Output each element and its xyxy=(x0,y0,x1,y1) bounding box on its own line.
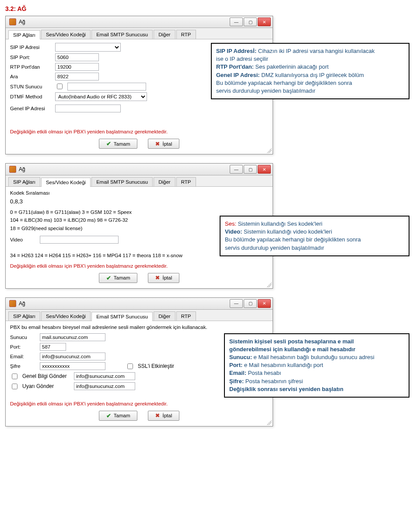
tab-other[interactable]: Diğer xyxy=(154,311,175,321)
label-ara: Ara xyxy=(10,74,52,79)
sip-ip-combo[interactable] xyxy=(55,43,121,52)
ug-checkbox[interactable] xyxy=(12,384,18,389)
sifre-input[interactable] xyxy=(40,362,105,370)
label-rtp-port: RTP Port'dan xyxy=(10,64,52,70)
resize-grip-icon[interactable] xyxy=(266,420,272,425)
cancel-label: İptal xyxy=(162,413,172,418)
stun-checkbox[interactable] xyxy=(57,84,63,89)
tab-other[interactable]: Diğer xyxy=(154,177,175,186)
kodek-heading: Kodek Sıralaması xyxy=(10,190,268,196)
video-input[interactable] xyxy=(40,236,119,244)
callout-sip: SIP IP Addresİ: Cihazın iki IP adresi va… xyxy=(211,43,410,99)
restart-msg: Değişikliğin etkili olması için PBX'i ye… xyxy=(10,263,268,269)
ok-label: Tamam xyxy=(114,141,130,147)
label-stun: STUN Sunucu xyxy=(10,84,52,89)
window-title: Ağ xyxy=(19,19,25,25)
minimize-button[interactable]: — xyxy=(230,299,243,308)
ok-label: Tamam xyxy=(114,413,130,418)
label-gbg: Genel Bilgi Gönder xyxy=(22,373,70,379)
tab-codec[interactable]: Ses/Video Kodeği xyxy=(41,311,91,321)
section-heading: 3.2: AĞ xyxy=(5,5,415,12)
close-button[interactable]: ✕ xyxy=(258,17,271,26)
ok-button[interactable]: ✔ Tamam xyxy=(99,139,138,149)
titlebar: Ağ — ▢ ✕ xyxy=(6,16,273,28)
label-sip-ip: SIP IP Adresi xyxy=(10,45,52,50)
tab-codec[interactable]: Ses/Video Kodeği xyxy=(41,30,91,39)
label-sunucu: Sunucu xyxy=(10,335,36,340)
gbg-checkbox[interactable] xyxy=(12,374,18,379)
kodek-value: 0,8,3 xyxy=(10,198,268,205)
cancel-button[interactable]: ✖ İptal xyxy=(148,411,179,421)
restart-msg: Değişikliğin etkili olması için PBX'i ye… xyxy=(10,401,268,406)
stun-input[interactable] xyxy=(67,83,146,91)
maximize-button[interactable]: ▢ xyxy=(244,17,257,26)
ok-label: Tamam xyxy=(114,275,130,280)
minimize-button[interactable]: — xyxy=(230,17,243,26)
dtmf-combo[interactable]: Auto(Inband Audio or RFC 2833) xyxy=(55,92,147,101)
tab-sip[interactable]: SIP Ağları xyxy=(8,311,40,321)
cancel-button[interactable]: ✖ İptal xyxy=(148,273,179,283)
x-icon: ✖ xyxy=(155,412,160,419)
ok-button[interactable]: ✔ Tamam xyxy=(99,273,138,283)
resize-grip-icon[interactable] xyxy=(266,148,272,153)
sunucu-input[interactable] xyxy=(40,333,105,341)
tab-rtp[interactable]: RTP xyxy=(176,311,196,321)
label-ug: Uyarı Gönder xyxy=(22,383,70,389)
close-button[interactable]: ✕ xyxy=(258,299,271,308)
sip-port-input[interactable] xyxy=(55,53,99,61)
x-icon: ✖ xyxy=(155,275,160,281)
cancel-label: İptal xyxy=(162,275,172,280)
x-icon: ✖ xyxy=(155,141,160,147)
app-icon xyxy=(9,18,16,25)
label-video: Video xyxy=(10,237,36,242)
ok-button[interactable]: ✔ Tamam xyxy=(99,411,138,421)
gbg-input[interactable] xyxy=(74,372,135,380)
label-email: Email: xyxy=(10,354,36,359)
check-icon: ✔ xyxy=(106,140,111,147)
label-sip-port: SIP Port: xyxy=(10,55,52,60)
tabs: SIP Ağları Ses/Video Kodeği Email SMTP S… xyxy=(6,28,273,39)
minimize-button[interactable]: — xyxy=(230,165,243,174)
close-button[interactable]: ✕ xyxy=(258,165,271,174)
ara-input[interactable] xyxy=(55,73,99,80)
tab-sip[interactable]: SIP Ağları xyxy=(8,177,40,186)
label-port: Port: xyxy=(10,344,36,349)
maximize-button[interactable]: ▢ xyxy=(244,165,257,174)
port-input[interactable] xyxy=(40,343,66,351)
label-ssl: SSL'i Etkinleştir xyxy=(138,363,174,369)
callout-smtp: Sistemin kişisel sesli posta hesaplarına… xyxy=(224,333,410,398)
rtp-port-input[interactable] xyxy=(55,63,99,71)
cancel-label: İptal xyxy=(162,141,172,147)
window-title: Ağ xyxy=(19,300,25,307)
callout-codec: Ses: Sistemin kullandığı Ses kodek'leri … xyxy=(220,216,410,256)
tab-codec[interactable]: Ses/Video Kodeği xyxy=(41,178,91,187)
tab-smtp[interactable]: Email SMTP Sunucusu xyxy=(91,30,153,39)
ssl-checkbox[interactable] xyxy=(127,363,133,369)
label-sifre: Şifre xyxy=(10,363,36,369)
email-input[interactable] xyxy=(40,353,105,360)
genel-ip-input[interactable] xyxy=(55,105,121,112)
window-title: Ağ xyxy=(19,166,25,172)
tab-rtp[interactable]: RTP xyxy=(176,30,196,39)
check-icon: ✔ xyxy=(106,412,111,419)
tab-rtp[interactable]: RTP xyxy=(176,177,196,186)
tab-other[interactable]: Diğer xyxy=(154,30,175,39)
check-icon: ✔ xyxy=(106,275,111,281)
label-dtmf: DTMF Method xyxy=(10,94,52,99)
restart-msg: Değişikliğin etkili olması için PBX'i ye… xyxy=(10,129,268,134)
tab-smtp[interactable]: Email SMTP Sunucusu xyxy=(91,312,153,321)
ug-input[interactable] xyxy=(74,382,135,390)
cancel-button[interactable]: ✖ İptal xyxy=(148,139,179,149)
smtp-intro: PBX bu email hesabını bireysel mail adre… xyxy=(10,325,268,330)
app-icon xyxy=(9,166,16,173)
app-icon xyxy=(9,300,16,307)
tab-sip[interactable]: SIP Ağları xyxy=(8,30,40,39)
tab-smtp[interactable]: Email SMTP Sunucusu xyxy=(91,177,153,186)
label-genel-ip: Genel IP Adresi xyxy=(10,106,52,111)
resize-grip-icon[interactable] xyxy=(266,282,272,287)
maximize-button[interactable]: ▢ xyxy=(244,299,257,308)
